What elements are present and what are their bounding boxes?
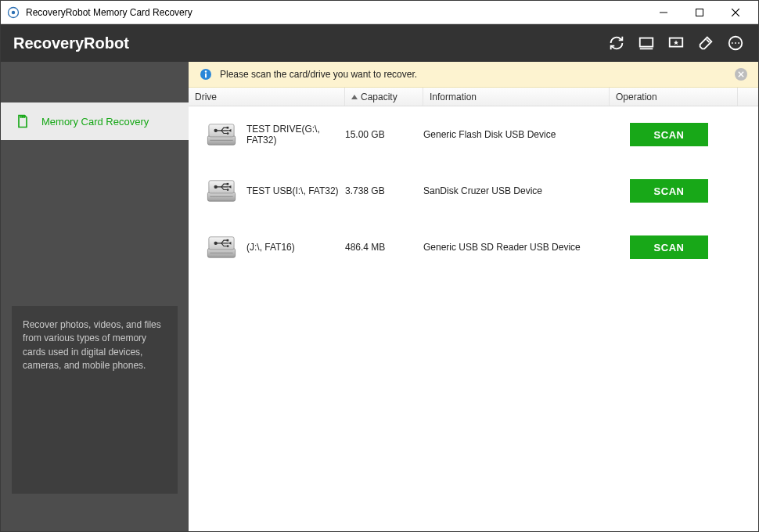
scan-button[interactable]: SCAN — [630, 179, 708, 203]
notice-bar: Please scan the card/drive you want to r… — [189, 62, 758, 88]
sidebar-flex — [1, 140, 189, 306]
scan-button[interactable]: SCAN — [630, 123, 708, 146]
sort-asc-icon — [351, 95, 358, 99]
sidebar-item-label: Memory Card Recovery — [41, 116, 149, 128]
cell-information: Generic USB SD Reader USB Device — [423, 242, 610, 253]
cell-operation: SCAN — [610, 235, 752, 259]
window-title: RecoveryRobot Memory Card Recovery — [26, 7, 646, 18]
svg-rect-21 — [205, 74, 207, 78]
svg-marker-9 — [674, 40, 678, 45]
cell-capacity: 15.00 GB — [345, 129, 423, 140]
scan-button[interactable]: SCAN — [630, 235, 708, 259]
header-toolbar — [606, 33, 746, 53]
table-body: TEST DRIVE(G:\, FAT32) 15.00 GB Generic … — [189, 106, 758, 531]
cell-drive: TEST DRIVE(G:\, FAT32) — [204, 120, 345, 149]
drive-name: (J:\, FAT16) — [246, 242, 295, 253]
svg-rect-3 — [696, 9, 703, 16]
minimize-button[interactable] — [646, 1, 682, 23]
usb-drive-icon — [204, 120, 239, 149]
drive-name: TEST DRIVE(G:\, FAT32) — [246, 124, 345, 146]
titlebar: RecoveryRobot Memory Card Recovery — [1, 1, 758, 24]
cell-operation: SCAN — [610, 179, 752, 203]
col-header-operation[interactable]: Operation — [610, 88, 738, 106]
col-header-capacity[interactable]: Capacity — [345, 88, 423, 106]
sidebar-info-panel: Recover photos, videos, and files from v… — [12, 306, 178, 494]
cell-information: SanDisk Cruzer USB Device — [423, 185, 610, 196]
col-header-label: Capacity — [361, 92, 397, 102]
close-button[interactable] — [718, 1, 754, 23]
info-icon — [200, 68, 212, 81]
monitor-icon[interactable] — [636, 33, 656, 53]
svg-point-45 — [227, 245, 229, 247]
drive-table: Drive Capacity Information Operation TES… — [189, 88, 758, 531]
memory-card-icon — [15, 113, 31, 129]
main-panel: Please scan the card/drive you want to r… — [189, 62, 758, 531]
svg-rect-28 — [227, 127, 229, 129]
col-header-label: Information — [430, 92, 477, 102]
body: Memory Card Recovery Recover photos, vid… — [1, 62, 758, 531]
app-window: RecoveryRobot Memory Card Recovery Recov… — [0, 0, 759, 532]
col-header-end — [738, 88, 758, 106]
feedback-icon[interactable] — [666, 33, 686, 53]
svg-rect-36 — [227, 183, 229, 185]
table-row: (J:\, FAT16) 486.4 MB Generic USB SD Rea… — [189, 219, 758, 275]
cell-drive: (J:\, FAT16) — [204, 233, 345, 261]
svg-point-13 — [735, 42, 736, 44]
notice-text: Please scan the card/drive you want to r… — [220, 69, 727, 80]
more-icon[interactable] — [725, 33, 746, 53]
notice-close-button[interactable] — [735, 68, 747, 81]
col-header-label: Drive — [195, 92, 217, 102]
maximize-button[interactable] — [682, 1, 718, 23]
cell-capacity: 486.4 MB — [345, 242, 423, 253]
usb-drive-icon — [204, 177, 239, 205]
cell-operation: SCAN — [610, 123, 752, 146]
svg-rect-44 — [227, 239, 229, 242]
header-bar: RecoveryRobot — [1, 24, 758, 62]
table-row: TEST USB(I:\, FAT32) 3.738 GB SanDisk Cr… — [189, 163, 758, 219]
svg-point-29 — [227, 132, 229, 135]
app-icon — [7, 6, 20, 19]
sidebar-item-memory-card-recovery[interactable]: Memory Card Recovery — [1, 102, 189, 140]
cell-drive: TEST USB(I:\, FAT32) — [204, 177, 345, 205]
svg-point-12 — [732, 42, 733, 44]
svg-point-37 — [227, 189, 229, 191]
sidebar: Memory Card Recovery Recover photos, vid… — [1, 62, 189, 531]
drive-name: TEST USB(I:\, FAT32) — [246, 185, 339, 196]
cell-capacity: 3.738 GB — [345, 185, 423, 196]
usb-drive-icon — [204, 233, 239, 261]
cell-information: Generic Flash Disk USB Device — [423, 129, 610, 140]
svg-point-20 — [205, 70, 207, 72]
col-header-information[interactable]: Information — [423, 88, 610, 106]
col-header-drive[interactable]: Drive — [189, 88, 345, 106]
svg-point-1 — [12, 10, 15, 13]
window-controls — [646, 1, 754, 23]
table-header: Drive Capacity Information Operation — [189, 88, 758, 106]
svg-point-14 — [738, 42, 739, 44]
table-row: TEST DRIVE(G:\, FAT32) 15.00 GB Generic … — [189, 106, 758, 163]
key-icon[interactable] — [696, 33, 716, 53]
sidebar-info-text: Recover photos, videos, and files from v… — [23, 318, 167, 373]
sidebar-spacer — [1, 62, 189, 102]
col-header-label: Operation — [616, 92, 657, 102]
brand-title: RecoveryRobot — [13, 34, 606, 52]
svg-rect-6 — [640, 38, 653, 47]
refresh-icon[interactable] — [606, 33, 627, 53]
